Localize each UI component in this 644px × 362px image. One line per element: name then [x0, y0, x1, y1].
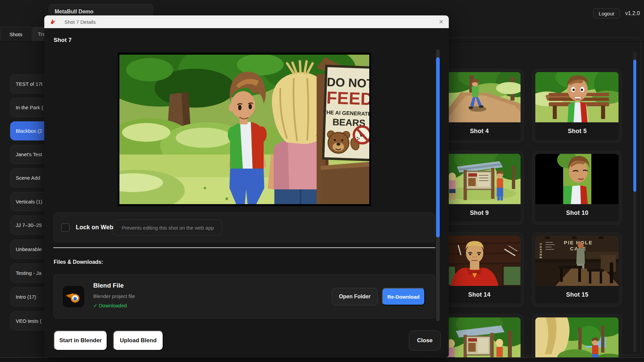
file-download-status: ✓ Downloaded [93, 303, 127, 309]
sign-prohibition-symbol [354, 126, 369, 144]
modal-scrollbar-thumb[interactable] [436, 57, 440, 237]
shot-preview-scene: DO NOT FEED THE AI GENERATED BEARS [119, 55, 369, 204]
redownload-button[interactable]: Re-Download [382, 288, 425, 305]
shot-details-modal: Shot 7 Details ✕ Shot 7 [44, 15, 449, 358]
lock-on-web-label: Lock on Web [76, 224, 113, 231]
shot-5-scene [535, 72, 619, 122]
modal-titlebar: Shot 7 Details ✕ [44, 15, 449, 28]
app-version: v1.2.0 [625, 10, 640, 16]
shot-10-thumbnail [535, 154, 619, 204]
start-in-blender-button[interactable]: Start in Blender [54, 330, 107, 351]
close-icon[interactable]: ✕ [437, 18, 445, 25]
shot-partial-left-thumbnail [437, 317, 521, 362]
shot-4-thumbnail [437, 72, 521, 122]
shot-9-boy [496, 171, 503, 200]
blend-file-card: Blend File Blender project file ✓ Downlo… [53, 274, 435, 318]
logout-button[interactable]: Logout [593, 8, 620, 18]
file-name: Blend File [93, 282, 124, 289]
shot-card-title: Shot 4 [437, 122, 521, 140]
shot-15-scene: COFFEE PIE HOLE CAFE [535, 236, 619, 286]
shot-card-15[interactable]: COFFEE PIE HOLE CAFE [532, 233, 622, 306]
section-divider [53, 247, 435, 248]
open-folder-button[interactable]: Open Folder [332, 288, 378, 305]
app-window: MetaBull Demo Logout v1.2.0 Shots Tra TE… [0, 0, 644, 362]
shot-card-partial-right[interactable] [532, 314, 622, 362]
shot-card-title: Shot 15 [535, 286, 619, 303]
lock-on-web-checkbox[interactable] [61, 223, 70, 232]
blender-logo-icon [65, 288, 82, 305]
shot-heading: Shot 7 [54, 37, 72, 44]
shot-15-thumbnail: COFFEE PIE HOLE CAFE [535, 236, 619, 286]
bottom-panel-edge [0, 357, 644, 362]
shot-card-title: Shot 10 [535, 204, 619, 222]
sign-line-2: FEED [326, 88, 369, 109]
shot-14-scene [437, 236, 521, 286]
shot-9-thumbnail [437, 154, 521, 204]
shot-partial-right-scene [535, 317, 619, 362]
shot-card-title: Shot 14 [437, 286, 521, 303]
shot-partial-left-scene [437, 317, 521, 362]
shot-10-scene [535, 154, 619, 204]
modal-title: Shot 7 Details [64, 19, 96, 25]
shot-15-coffee-sign: COFFEE [539, 243, 542, 259]
shot-9-scene [437, 154, 521, 204]
shot-card-10[interactable]: Shot 10 [532, 151, 622, 225]
blender-icon [63, 286, 84, 307]
lock-on-web-hint: Prevents editing this shot on the web ap… [113, 220, 222, 236]
file-description: Blender project file [93, 293, 135, 299]
project-title: MetaBull Demo [55, 9, 94, 15]
shot-4-scene [437, 72, 521, 122]
shot-5-thumbnail [535, 72, 619, 122]
shot-card-title: Shot 9 [437, 204, 521, 222]
shot-14-thumbnail [437, 236, 521, 286]
tab-shots[interactable]: Shots [0, 27, 32, 41]
shot-card-title: Shot 5 [535, 122, 619, 140]
close-button[interactable]: Close [409, 330, 441, 351]
shot-preview-image: DO NOT FEED THE AI GENERATED BEARS [118, 53, 371, 206]
lock-on-web-row: Lock on Web Prevents editing this shot o… [53, 213, 435, 242]
files-downloads-heading: Files & Downloads: [54, 259, 103, 265]
shot-partial-right-thumbnail [535, 317, 619, 362]
app-logo-icon [50, 18, 56, 25]
shot-card-5[interactable]: Shot 5 [532, 69, 622, 143]
upload-blend-button[interactable]: Upload Blend [113, 330, 163, 351]
window-scrollbar-thumb[interactable] [633, 60, 636, 192]
preview-sign: DO NOT FEED THE AI GENERATED BEARS [317, 57, 369, 204]
